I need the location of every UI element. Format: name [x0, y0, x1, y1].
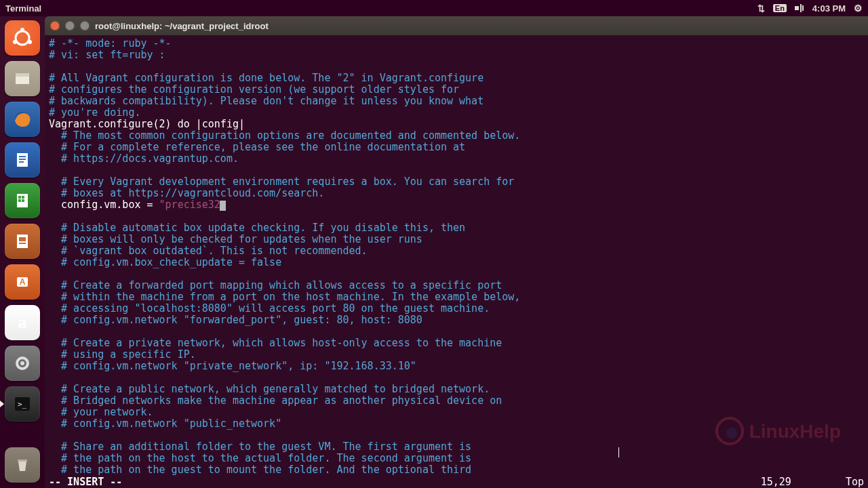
watermark-logo: LinuxHelp [715, 417, 841, 445]
code-line: # boxes will only be checked for updates… [49, 233, 422, 245]
svg-rect-4 [16, 73, 29, 77]
watermark-text: LinuxHelp [749, 426, 841, 437]
code-line: config.vm.box = "precise32 [49, 199, 226, 211]
code-line: # configures the configuration version (… [49, 83, 459, 96]
code-line: # using a specific IP. [49, 348, 196, 361]
svg-point-3 [13, 40, 17, 44]
clock[interactable]: 4:03 PM [812, 3, 846, 14]
svg-rect-17 [19, 237, 26, 241]
active-app-title[interactable]: Terminal [5, 3, 41, 14]
code-line: # https://docs.vagrantup.com. [49, 152, 239, 165]
launcher-software-center-icon[interactable]: A [5, 264, 40, 300]
code-line: # your network. [49, 406, 153, 418]
code-line: # the path on the host to the actual fol… [49, 452, 471, 464]
code-line: # the path on the guest to mount the fol… [49, 464, 471, 476]
code-line: # -*- mode: ruby -*- [49, 37, 172, 49]
svg-rect-14 [18, 199, 21, 202]
vim-cursor [220, 201, 226, 211]
svg-point-2 [28, 40, 32, 44]
code-line: # config.vm.network "private_network", i… [49, 360, 416, 372]
window-close-button[interactable] [50, 21, 60, 30]
code-line: # `vagrant box outdated`. This is not re… [49, 245, 368, 257]
window-titlebar[interactable]: root@linuxhelp: ~/vagrant_project_idroot [45, 16, 868, 35]
code-line: # Create a public network, which general… [49, 383, 490, 395]
launcher-dash-icon[interactable] [5, 20, 40, 56]
code-line: # boxes at https://vagrantcloud.com/sear… [49, 187, 324, 199]
session-gear-icon[interactable]: ⚙ [854, 3, 863, 14]
launcher-trash-icon[interactable] [5, 447, 40, 483]
terminal-window: root@linuxhelp: ~/vagrant_project_idroot… [45, 16, 868, 488]
code-line: # accessing "localhost:8080" will access… [49, 302, 490, 314]
svg-point-22 [20, 361, 24, 365]
code-line: Vagrant.configure(2) do |config| [49, 118, 245, 130]
code-line: # For a complete reference, please see t… [49, 141, 465, 153]
window-title: root@linuxhelp: ~/vagrant_project_idroot [95, 21, 269, 31]
launcher-files-icon[interactable] [5, 61, 40, 96]
svg-rect-5 [16, 77, 29, 84]
window-minimize-button[interactable] [65, 21, 75, 30]
top-menu-bar: Terminal ⇅ En 4:03 PM ⚙ [0, 0, 868, 16]
window-maximize-button[interactable] [80, 21, 90, 30]
svg-rect-25 [18, 460, 27, 462]
code-line: # Every Vagrant development environment … [49, 176, 514, 188]
unity-launcher: A a >_ [0, 16, 45, 488]
code-line: # vi: set ft=ruby : [49, 49, 165, 61]
svg-rect-18 [19, 243, 26, 244]
system-tray: ⇅ En 4:03 PM ⚙ [757, 3, 863, 14]
code-line: # The most common configuration options … [49, 129, 520, 142]
svg-point-1 [20, 28, 24, 32]
vim-scroll-position: Top [846, 476, 864, 488]
launcher-amazon-icon[interactable]: a [5, 305, 40, 340]
code-line: # Bridged networks make the machine appe… [49, 394, 502, 407]
svg-rect-13 [22, 196, 24, 199]
keyboard-language-indicator[interactable]: En [773, 4, 787, 12]
code-line: # config.vm.network "forwarded_port", gu… [49, 314, 422, 326]
code-line: # you're doing. [49, 106, 140, 119]
launcher-calc-icon[interactable] [5, 183, 40, 218]
code-line: # Share an additional folder to the gues… [49, 441, 471, 453]
svg-text:A: A [20, 277, 26, 287]
vim-status-line: -- INSERT -- 15,29 Top [45, 476, 868, 488]
watermark-ring-icon [715, 417, 744, 445]
svg-rect-8 [19, 156, 26, 157]
volume-icon[interactable] [795, 4, 804, 12]
code-line: # config.vm.box_check_update = false [49, 256, 281, 268]
vim-cursor-position: 15,29 [761, 476, 791, 488]
svg-point-0 [16, 31, 29, 45]
code-line: # All Vagrant configuration is done belo… [49, 72, 484, 84]
code-line: # Create a forwarded port mapping which … [49, 279, 502, 291]
svg-rect-9 [19, 159, 26, 160]
launcher-settings-icon[interactable] [5, 346, 40, 381]
launcher-terminal-icon[interactable]: >_ [5, 386, 40, 422]
vim-mode-indicator: -- INSERT -- [49, 476, 122, 488]
svg-text:>_: >_ [18, 400, 27, 409]
config-vm-box-value: precise32 [165, 199, 220, 211]
launcher-impress-icon[interactable] [5, 224, 40, 259]
svg-rect-12 [18, 196, 21, 199]
launcher-firefox-icon[interactable] [5, 102, 40, 137]
text-caret [618, 447, 619, 458]
code-line: # Create a private network, which allows… [49, 337, 502, 349]
code-line: # backwards compatibility). Please don't… [49, 95, 484, 107]
code-line: # within the machine from a port on the … [49, 291, 520, 303]
network-icon[interactable]: ⇅ [757, 3, 765, 14]
svg-rect-15 [22, 199, 24, 202]
terminal-viewport[interactable]: # -*- mode: ruby -*- # vi: set ft=ruby :… [45, 35, 868, 476]
code-line: # Disable automatic box update checking.… [49, 222, 465, 234]
svg-rect-10 [19, 161, 24, 163]
launcher-writer-icon[interactable] [5, 142, 40, 178]
code-line: # config.vm.network "public_network" [49, 418, 281, 430]
